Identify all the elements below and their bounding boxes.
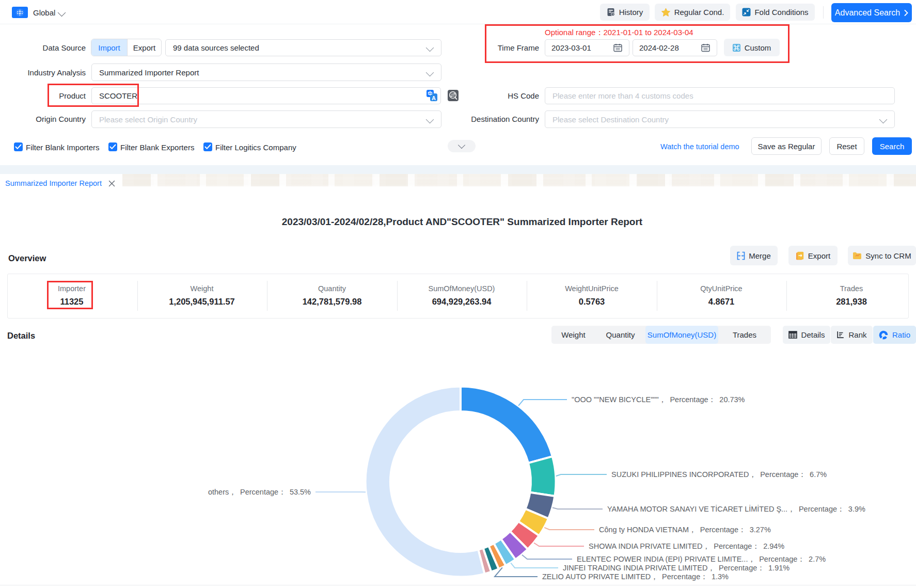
svg-text:others， Percentage： 53.5%: others， Percentage： 53.5% (208, 488, 311, 496)
svg-text:YAMAHA MOTOR SANAYI VE TİCARET: YAMAHA MOTOR SANAYI VE TİCARET LİMİTED Ş… (607, 504, 865, 513)
svg-text:"OOO ""NEW BICYCLE"""， Percent: "OOO ""NEW BICYCLE"""， Percentage： 20.73… (572, 395, 745, 404)
svg-text:ELENTEC POWER INDIA (EPI) PRIV: ELENTEC POWER INDIA (EPI) PRIVATE LIMITE… (577, 555, 826, 563)
svg-text:ZELIO AUTO PRIVATE LIMITED， Pe: ZELIO AUTO PRIVATE LIMITED， Percentage： … (542, 573, 729, 581)
svg-text:SHOWA INDIA PRIVATE LIMITED， P: SHOWA INDIA PRIVATE LIMITED， Percentage：… (589, 542, 784, 550)
svg-text:Công ty HONDA VIETNAM， Percent: Công ty HONDA VIETNAM， Percentage： 3.27% (599, 526, 771, 534)
svg-text:SUZUKI PHILIPPINES INCORPORATE: SUZUKI PHILIPPINES INCORPORATED， Percent… (611, 470, 827, 479)
svg-text:JINFEI TRADING INDIA PRIVATE L: JINFEI TRADING INDIA PRIVATE LIMITED， Pe… (563, 564, 789, 572)
svg-text:A: A (432, 95, 436, 101)
